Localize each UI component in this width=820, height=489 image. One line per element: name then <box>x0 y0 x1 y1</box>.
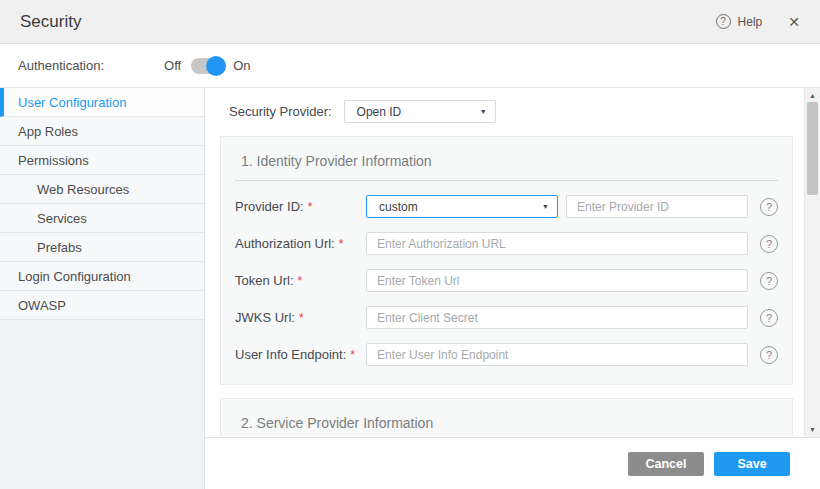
sidebar-item-label: Web Resources <box>37 182 129 197</box>
user-info-endpoint-help-icon[interactable]: ? <box>760 346 778 364</box>
required-asterisk: * <box>339 237 344 251</box>
authentication-label: Authentication: <box>18 58 104 73</box>
scroll-down-icon[interactable]: ▼ <box>805 426 820 433</box>
field-label-text: User Info Endpoint: <box>235 347 346 362</box>
token-url-help-icon[interactable]: ? <box>760 272 778 290</box>
sidebar-item-label: Login Configuration <box>18 269 131 284</box>
sidebar-item-label: OWASP <box>18 298 66 313</box>
toggle-knob <box>206 56 226 76</box>
provider-id-select[interactable]: custom ▼ <box>366 195 558 218</box>
identity-provider-section: 1. Identity Provider Information Provide… <box>220 136 793 385</box>
sidebar-item-prefabs[interactable]: Prefabs <box>0 233 204 262</box>
user-info-endpoint-row: User Info Endpoint:* ? <box>235 343 778 366</box>
main-area: User Configuration App Roles Permissions… <box>0 88 820 489</box>
sidebar-item-owasp[interactable]: OWASP <box>0 291 204 320</box>
footer-actions: Cancel Save <box>205 437 820 489</box>
service-provider-section: 2. Service Provider Information <box>220 398 793 437</box>
sidebar-item-label: User Configuration <box>18 95 126 110</box>
chevron-down-icon: ▼ <box>542 203 549 210</box>
required-asterisk: * <box>299 311 304 325</box>
vertical-scrollbar[interactable]: ▲ ▼ <box>804 88 820 437</box>
token-url-row: Token Url:* ? <box>235 269 778 292</box>
authentication-row: Authentication: Off On <box>0 44 820 88</box>
security-provider-label: Security Provider: <box>229 104 332 119</box>
authentication-toggle[interactable] <box>191 58 223 74</box>
close-icon[interactable]: ✕ <box>788 14 800 30</box>
sidebar-item-label: App Roles <box>18 124 78 139</box>
jwks-url-row: JWKS Url:* ? <box>235 306 778 329</box>
sidebar-nav: User Configuration App Roles Permissions… <box>0 88 205 489</box>
required-asterisk: * <box>298 274 303 288</box>
user-info-endpoint-label: User Info Endpoint:* <box>235 347 366 362</box>
field-label-text: Token Url: <box>235 273 294 288</box>
sidebar-item-web-resources[interactable]: Web Resources <box>0 175 204 204</box>
sidebar-item-permissions[interactable]: Permissions <box>0 146 204 175</box>
provider-id-label: Provider ID:* <box>235 199 366 214</box>
section-title: 2. Service Provider Information <box>235 411 778 437</box>
provider-id-select-value: custom <box>379 200 418 214</box>
page-title: Security <box>20 12 81 32</box>
sidebar-item-login-configuration[interactable]: Login Configuration <box>0 262 204 291</box>
settings-scroll-area: Security Provider: Open ID ▼ 1. Identity… <box>205 88 820 437</box>
help-question-icon: ? <box>716 14 731 29</box>
sidebar-item-app-roles[interactable]: App Roles <box>0 117 204 146</box>
provider-id-help-icon[interactable]: ? <box>760 198 778 216</box>
chevron-down-icon: ▼ <box>480 108 487 115</box>
token-url-label: Token Url:* <box>235 273 366 288</box>
token-url-input[interactable] <box>366 269 748 292</box>
provider-id-input[interactable] <box>566 195 748 218</box>
jwks-url-label: JWKS Url:* <box>235 310 366 325</box>
authorization-url-help-icon[interactable]: ? <box>760 235 778 253</box>
toggle-off-label: Off <box>164 58 181 73</box>
authorization-url-row: Authorization Url:* ? <box>235 232 778 255</box>
sidebar-item-label: Services <box>37 211 87 226</box>
help-button[interactable]: ? Help <box>716 14 763 29</box>
cancel-button[interactable]: Cancel <box>628 452 704 476</box>
scrollbar-thumb[interactable] <box>807 102 818 195</box>
jwks-url-help-icon[interactable]: ? <box>760 309 778 327</box>
field-label-text: Provider ID: <box>235 199 304 214</box>
field-label-text: JWKS Url: <box>235 310 295 325</box>
field-label-text: Authorization Url: <box>235 236 335 251</box>
save-button[interactable]: Save <box>714 452 790 476</box>
security-provider-select[interactable]: Open ID ▼ <box>344 100 496 123</box>
required-asterisk: * <box>308 200 313 214</box>
authorization-url-label: Authorization Url:* <box>235 236 366 251</box>
dialog-titlebar: Security ? Help ✕ <box>0 0 820 44</box>
sidebar-item-user-configuration[interactable]: User Configuration <box>0 88 204 117</box>
toggle-on-label: On <box>233 58 250 73</box>
user-info-endpoint-input[interactable] <box>366 343 748 366</box>
provider-id-row: Provider ID:* custom ▼ ? <box>235 195 778 218</box>
section-title: 1. Identity Provider Information <box>235 149 778 181</box>
required-asterisk: * <box>350 348 355 362</box>
sidebar-item-label: Prefabs <box>37 240 82 255</box>
scroll-up-icon[interactable]: ▲ <box>805 92 820 99</box>
security-provider-row: Security Provider: Open ID ▼ <box>205 88 804 123</box>
sidebar-item-label: Permissions <box>18 153 89 168</box>
help-label: Help <box>738 15 763 29</box>
jwks-url-input[interactable] <box>366 306 748 329</box>
content-column: Security Provider: Open ID ▼ 1. Identity… <box>205 88 820 489</box>
sidebar-item-services[interactable]: Services <box>0 204 204 233</box>
security-provider-value: Open ID <box>357 105 402 119</box>
authorization-url-input[interactable] <box>366 232 748 255</box>
